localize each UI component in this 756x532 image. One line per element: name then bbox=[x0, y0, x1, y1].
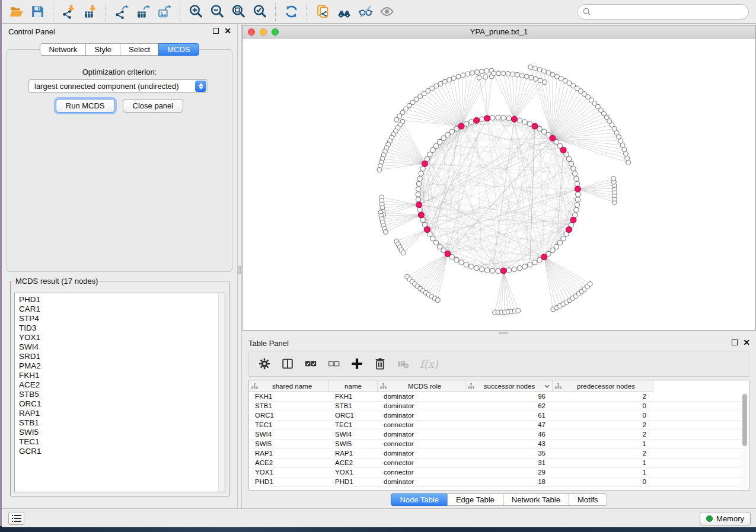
tab-select[interactable]: Select bbox=[120, 43, 159, 56]
network-leaf-node[interactable] bbox=[394, 117, 399, 122]
network-node[interactable] bbox=[532, 260, 537, 265]
mcds-result-item[interactable]: SRD1 bbox=[19, 352, 225, 361]
network-leaf-node[interactable] bbox=[533, 66, 538, 71]
network-leaf-node[interactable] bbox=[501, 71, 506, 76]
network-node[interactable] bbox=[428, 152, 432, 156]
column-layout-icon[interactable] bbox=[281, 357, 294, 370]
network-node[interactable] bbox=[522, 264, 527, 269]
open-file-button[interactable] bbox=[5, 2, 27, 21]
save-session-button[interactable] bbox=[27, 2, 48, 21]
network-leaf-node[interactable] bbox=[496, 71, 501, 76]
minimize-window-icon[interactable] bbox=[260, 28, 267, 36]
mcds-hub-node[interactable] bbox=[532, 123, 538, 129]
network-leaf-node[interactable] bbox=[524, 74, 529, 79]
network-leaf-node[interactable] bbox=[516, 309, 521, 313]
network-leaf-node[interactable] bbox=[543, 80, 547, 85]
table-row[interactable]: YOX1YOX1connector291 bbox=[249, 468, 749, 477]
network-node[interactable] bbox=[574, 207, 579, 212]
network-node[interactable] bbox=[554, 244, 559, 249]
network-leaf-node[interactable] bbox=[377, 168, 382, 172]
network-node[interactable] bbox=[445, 132, 450, 137]
mcds-result-item[interactable]: ACE2 bbox=[19, 380, 225, 390]
settings-gear-icon[interactable] bbox=[258, 357, 271, 370]
table-scrollbar[interactable] bbox=[741, 393, 748, 489]
network-node[interactable] bbox=[437, 139, 442, 144]
mcds-result-item[interactable]: SWI4 bbox=[19, 342, 225, 352]
tab-network-table[interactable]: Network Table bbox=[503, 493, 569, 506]
network-node[interactable] bbox=[506, 268, 511, 273]
zoom-fit-button[interactable] bbox=[228, 2, 249, 21]
search-binoculars-button[interactable] bbox=[333, 2, 355, 21]
network-node[interactable] bbox=[490, 268, 495, 273]
network-leaf-node[interactable] bbox=[461, 73, 465, 78]
mcds-hub-node[interactable] bbox=[550, 135, 556, 141]
network-node[interactable] bbox=[416, 192, 420, 197]
mcds-hub-node[interactable] bbox=[458, 123, 464, 129]
mcds-result-item[interactable]: FKH1 bbox=[19, 371, 225, 380]
network-leaf-node[interactable] bbox=[492, 71, 496, 76]
close-window-icon[interactable] bbox=[248, 28, 255, 36]
close-panel-icon[interactable]: ✕ bbox=[224, 28, 231, 34]
import-table-button[interactable] bbox=[79, 2, 101, 21]
close-panel-button[interactable]: Close panel bbox=[123, 99, 184, 113]
mcds-list-scrollbar[interactable] bbox=[218, 293, 225, 492]
mcds-hub-node[interactable] bbox=[424, 227, 430, 233]
network-leaf-node[interactable] bbox=[534, 76, 538, 81]
network-leaf-node[interactable] bbox=[515, 72, 520, 77]
criterion-dropdown[interactable]: largest connected component (undirected) bbox=[28, 79, 208, 93]
network-node[interactable] bbox=[479, 117, 484, 121]
tab-edge-table[interactable]: Edge Table bbox=[447, 493, 503, 506]
clone-network-button[interactable] bbox=[312, 2, 333, 21]
network-node[interactable] bbox=[576, 192, 580, 197]
network-node[interactable] bbox=[430, 148, 435, 152]
delete-column-icon[interactable] bbox=[374, 357, 387, 370]
network-node[interactable] bbox=[464, 262, 468, 267]
network-leaf-node[interactable] bbox=[550, 72, 555, 77]
network-leaf-node[interactable] bbox=[626, 161, 631, 165]
table-row[interactable]: PHD1PHD1dominator180 bbox=[249, 477, 749, 487]
node-table[interactable]: shared namenameMCDS rolesuccessor nodesp… bbox=[248, 380, 749, 491]
mcds-result-listbox[interactable]: PHD1CAR1STP4TID3YOX1SWI4SRD1PMA2FKH1ACE2… bbox=[14, 293, 225, 492]
network-node[interactable] bbox=[566, 156, 571, 161]
scrollbar-thumb[interactable] bbox=[742, 394, 747, 446]
mcds-result-item[interactable]: GCR1 bbox=[19, 447, 225, 456]
network-leaf-node[interactable] bbox=[480, 69, 484, 74]
network-node[interactable] bbox=[496, 115, 500, 120]
table-row[interactable]: FKH1FKH1dominator962 bbox=[249, 392, 749, 402]
network-node[interactable] bbox=[469, 120, 474, 124]
eye-toggle-button[interactable] bbox=[376, 2, 397, 21]
network-leaf-node[interactable] bbox=[537, 68, 542, 72]
table-row[interactable]: TEC1TEC1connector472 bbox=[249, 421, 749, 430]
select-all-checkboxes-icon[interactable] bbox=[304, 357, 317, 370]
network-leaf-node[interactable] bbox=[483, 75, 488, 79]
column-header-MCDS-role[interactable]: MCDS role bbox=[378, 380, 465, 392]
vertical-splitter[interactable] bbox=[237, 24, 242, 508]
table-row[interactable]: SWI4SWI4dominator462 bbox=[249, 430, 749, 440]
network-leaf-node[interactable] bbox=[475, 70, 480, 75]
mcds-result-item[interactable]: RAP1 bbox=[19, 409, 225, 418]
mcds-hub-node[interactable] bbox=[500, 268, 506, 274]
network-leaf-node[interactable] bbox=[542, 69, 547, 73]
network-node[interactable] bbox=[416, 197, 420, 202]
network-node[interactable] bbox=[557, 240, 562, 245]
network-node[interactable] bbox=[575, 181, 579, 186]
network-leaf-node[interactable] bbox=[622, 147, 627, 152]
network-node[interactable] bbox=[506, 116, 511, 120]
mcds-hub-node[interactable] bbox=[418, 212, 424, 218]
mcds-hub-node[interactable] bbox=[541, 254, 547, 260]
network-leaf-node[interactable] bbox=[384, 230, 388, 235]
tab-style[interactable]: Style bbox=[85, 43, 120, 56]
import-network-button[interactable] bbox=[58, 2, 79, 21]
tab-mcds[interactable]: MCDS bbox=[158, 43, 199, 56]
mcds-result-item[interactable]: TEC1 bbox=[19, 437, 225, 447]
network-node[interactable] bbox=[573, 171, 578, 176]
network-leaf-node[interactable] bbox=[436, 298, 441, 303]
export-network-button[interactable] bbox=[111, 2, 132, 21]
network-leaf-node[interactable] bbox=[434, 84, 439, 88]
network-node[interactable] bbox=[469, 264, 474, 269]
network-leaf-node[interactable] bbox=[625, 156, 630, 161]
network-leaf-node[interactable] bbox=[611, 176, 616, 181]
zoom-selected-button[interactable] bbox=[249, 2, 270, 21]
network-node[interactable] bbox=[416, 187, 420, 191]
network-node[interactable] bbox=[417, 207, 422, 212]
